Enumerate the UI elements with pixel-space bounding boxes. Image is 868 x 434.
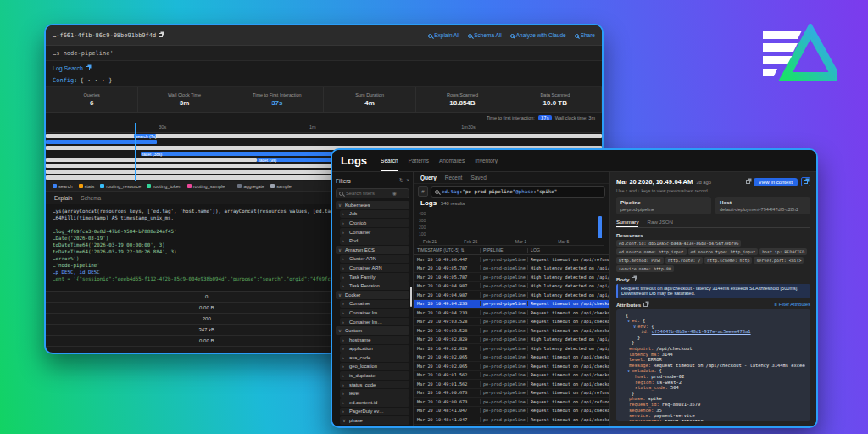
- query-detail-tab[interactable]: Explain: [54, 195, 72, 201]
- legend-item[interactable]: routing_resource: [100, 184, 141, 189]
- legend-item[interactable]: search: [53, 184, 73, 189]
- filter-tree-item[interactable]: › Container: [340, 228, 409, 236]
- logs-table-header[interactable]: TIMESTAMP (UTC-5) ⇅ PIPELINE LOG: [414, 246, 609, 255]
- filter-tree-item[interactable]: › is_duplicate: [340, 371, 409, 380]
- resource-chip[interactable]: host.ip: REDACTED: [760, 248, 807, 255]
- copy-icon[interactable]: [632, 277, 636, 281]
- span-bar[interactable]: [46, 158, 257, 162]
- filter-tree-item[interactable]: ∨ Kubernetes: [336, 201, 409, 209]
- attribute-line[interactable]: host:prod-node-02: [621, 374, 805, 380]
- filter-tree-item[interactable]: ∨ Amazon ECS: [336, 246, 409, 254]
- filter-tree-item[interactable]: ∨ Custom: [336, 326, 409, 335]
- filter-tree-item[interactable]: ∨ Docker: [336, 291, 409, 299]
- log-row[interactable]: Mar 20 10:49:02.065 pe-prod-pipeline Req…: [414, 362, 609, 371]
- logs-nav-tab[interactable]: Search: [381, 150, 398, 171]
- toolbar-action-link[interactable]: Explain All: [428, 32, 459, 38]
- detail-tab[interactable]: Summary: [616, 219, 638, 227]
- query-tab[interactable]: Recent: [445, 175, 463, 181]
- filter-tree-item[interactable]: › PagerDuty ev…: [340, 408, 409, 416]
- eye-icon[interactable]: ◉: [392, 191, 397, 196]
- toolbar-action-link[interactable]: Share: [575, 32, 595, 38]
- attribute-line[interactable]: {: [621, 313, 805, 319]
- log-row[interactable]: Mar 20 10:49:03.528 pe-prod-pipeline Req…: [414, 326, 609, 336]
- attribute-line[interactable]: endpoint:/api/checkout: [621, 346, 805, 352]
- filter-tree-item[interactable]: › application: [340, 345, 409, 353]
- filter-tree-item[interactable]: › level: [340, 389, 409, 398]
- log-row[interactable]: Mar 20 10:49:01.562 pe-prod-pipeline Req…: [414, 371, 609, 381]
- query-detail-tab[interactable]: Schema: [81, 195, 101, 201]
- filter-tree-item[interactable]: › Job: [340, 210, 409, 219]
- attribute-line[interactable]: service:payment-service: [621, 413, 805, 419]
- histogram-spike-bar[interactable]: [598, 216, 602, 238]
- attribute-line[interactable]: request_id:req-88021-3579: [621, 402, 805, 408]
- legend-item[interactable]: sample: [270, 184, 292, 189]
- query-tab[interactable]: Saved: [470, 175, 486, 181]
- sidebar-scrollbar[interactable]: [410, 287, 412, 307]
- filter-value-spike[interactable]: ✓ spike: [344, 426, 409, 426]
- filter-tree-item[interactable]: › Container: [340, 300, 409, 309]
- attribute-line[interactable]: status_code:504: [621, 385, 805, 391]
- detail-tab[interactable]: Raw JSON: [647, 219, 673, 227]
- log-row[interactable]: Mar 20 10:49:00.673 pe-prod-pipeline Req…: [414, 389, 609, 398]
- attribute-line[interactable]: ∨env:{: [621, 324, 805, 330]
- resource-chip[interactable]: http.scheme: http: [704, 257, 752, 264]
- collapse-caret-icon[interactable]: ∨: [633, 324, 636, 329]
- log-row[interactable]: Mar 20 10:49:04.987 pe-prod-pipeline Hig…: [414, 291, 609, 300]
- attribute-line[interactable]: }: [621, 340, 805, 346]
- span-bar[interactable]: [46, 134, 602, 138]
- log-row[interactable]: Mar 20 10:49:00.673 pe-prod-pipeline Req…: [414, 398, 609, 407]
- resource-chip[interactable]: http.method: POST: [616, 257, 664, 264]
- log-row[interactable]: Mar 20 10:49:04.987 pe-prod-pipeline Hig…: [414, 282, 609, 292]
- timeline-cursor[interactable]: [135, 123, 136, 181]
- span-bar[interactable]: [46, 164, 374, 168]
- attribute-line[interactable]: region:us-west-2: [621, 380, 805, 386]
- copy-icon[interactable]: [159, 33, 163, 37]
- refresh-icon[interactable]: ↻: [399, 177, 403, 184]
- filter-tree-item[interactable]: › ed.content.id: [340, 398, 409, 407]
- filters-search-input[interactable]: [346, 191, 390, 196]
- attribute-line[interactable]: }: [621, 335, 805, 341]
- log-row[interactable]: Mar 20 10:49:05.787 pe-prod-pipeline Hig…: [414, 273, 609, 282]
- log-row[interactable]: Mar 20 10:48:41.047 pe-prod-pipeline Req…: [414, 415, 609, 425]
- toolbar-action-link[interactable]: Schema All: [468, 32, 502, 38]
- collapse-caret-icon[interactable]: ∨: [627, 368, 630, 373]
- attribute-line[interactable]: ∨metadata:{: [621, 368, 805, 374]
- filter-tree-item[interactable]: › Task Revision: [340, 281, 409, 290]
- resource-chip[interactable]: http.route: /: [665, 257, 703, 264]
- copy-icon[interactable]: [643, 303, 648, 307]
- config-row[interactable]: Config: { · · · }: [46, 75, 602, 87]
- filter-tree-item[interactable]: › status_code: [340, 381, 409, 389]
- logs-nav-tab[interactable]: Anomalies: [439, 150, 465, 171]
- legend-item[interactable]: routing_token: [147, 184, 181, 189]
- view-in-context-button[interactable]: View in context: [754, 178, 798, 186]
- log-row[interactable]: Mar 20 10:49:04.233 pe-prod-pipeline Req…: [414, 300, 609, 309]
- sort-icon[interactable]: ⇅: [460, 248, 464, 253]
- resource-chip[interactable]: ed.source.type: http_input: [688, 248, 759, 255]
- log-row[interactable]: Mar 20 10:49:05.787 pe-prod-pipeline Hig…: [414, 264, 609, 274]
- attribute-line[interactable]: latency_ms:3144: [621, 352, 805, 358]
- attribute-line[interactable]: sequence:35: [621, 408, 805, 414]
- toolbar-action-link[interactable]: Analyze with Claude: [510, 32, 566, 38]
- link-icon[interactable]: [746, 180, 750, 184]
- legend-item[interactable]: aggregate: [231, 184, 264, 189]
- filter-attributes-link[interactable]: ≡ Filter Attributes: [774, 302, 810, 307]
- filter-tree-item[interactable]: › Container Im…: [340, 309, 409, 317]
- filters-search-box[interactable]: ◉: [336, 188, 409, 198]
- copy-icon[interactable]: [86, 66, 90, 70]
- logs-histogram[interactable]: 400300200100 Feb 21Feb 25Mar 1Mar 5: [419, 210, 604, 246]
- attribute-line[interactable]: }: [621, 391, 805, 397]
- attribute-line[interactable]: phase:spike: [621, 396, 805, 402]
- resource-chip[interactable]: ed.conf.id: db519a5c-ba4a-4234-a6b3-d475…: [616, 240, 741, 247]
- filter-tree-item[interactable]: › Container ARN: [340, 264, 409, 272]
- filter-tree-item[interactable]: › asa_code: [340, 353, 409, 362]
- log-row[interactable]: Mar 20 10:49:02.829 pe-prod-pipeline Hig…: [414, 336, 609, 345]
- log-row[interactable]: Mar 20 10:48:41.047 pe-prod-pipeline Req…: [414, 407, 609, 416]
- logs-nav-tab[interactable]: Inventory: [475, 150, 498, 171]
- log-row[interactable]: Mar 20 10:49:06.447 pe-prod-pipeline Req…: [414, 255, 609, 264]
- log-row[interactable]: Mar 20 10:49:03.528 pe-prod-pipeline Req…: [414, 318, 609, 327]
- attribute-line[interactable]: message:Request timeout on /api/checkout…: [621, 363, 805, 369]
- log-row[interactable]: Mar 20 10:49:04.233 pe-prod-pipeline Req…: [414, 309, 609, 318]
- collapse-caret-icon[interactable]: ∨: [627, 318, 630, 323]
- log-row[interactable]: Mar 20 10:49:01.562 pe-prod-pipeline Req…: [414, 380, 609, 389]
- resource-chip[interactable]: service.name: http-80: [616, 265, 674, 272]
